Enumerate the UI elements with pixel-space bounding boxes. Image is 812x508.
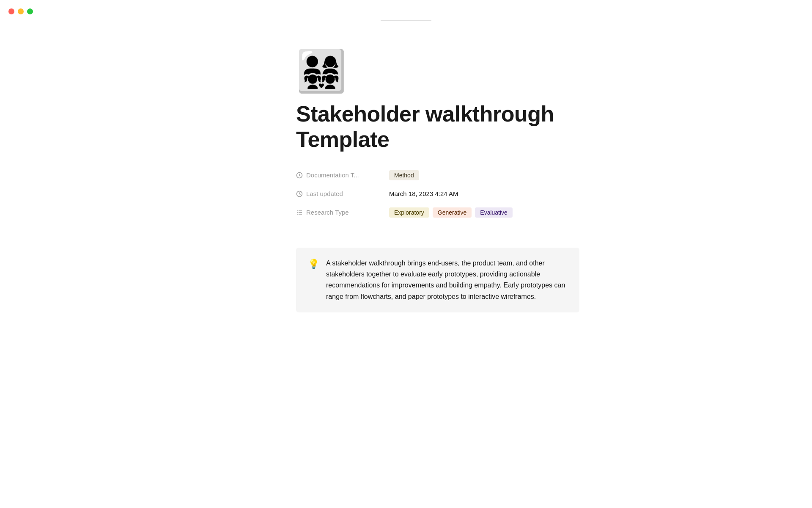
- last-updated-value: March 18, 2023 4:24 AM: [389, 190, 458, 197]
- top-divider: [381, 20, 431, 21]
- page-content: 👨‍👩‍👧‍👧 Stakeholder walkthrough Template…: [216, 0, 596, 346]
- callout-block: 💡 A stakeholder walkthrough brings end-u…: [296, 248, 579, 313]
- research-type-label: Research Type: [296, 209, 389, 216]
- clock-icon-2: [296, 190, 303, 197]
- traffic-lights: [8, 8, 33, 14]
- clock-icon: [296, 172, 303, 179]
- documentation-property-row: Documentation T... Method: [296, 166, 579, 185]
- close-button[interactable]: [8, 8, 14, 14]
- page-title: Stakeholder walkthrough Template: [296, 102, 579, 152]
- section-divider: [296, 239, 579, 239]
- research-type-property-row: Research Type Exploratory Generative Eva…: [296, 203, 579, 222]
- last-updated-label: Last updated: [296, 190, 389, 197]
- properties-section: Documentation T... Method Last updated M…: [296, 166, 579, 222]
- list-icon: [296, 209, 303, 216]
- documentation-label: Documentation T...: [296, 171, 389, 179]
- method-tag[interactable]: Method: [389, 170, 419, 180]
- exploratory-tag[interactable]: Exploratory: [389, 207, 429, 218]
- evaluative-tag[interactable]: Evaluative: [475, 207, 513, 218]
- last-updated-property-row: Last updated March 18, 2023 4:24 AM: [296, 185, 579, 203]
- minimize-button[interactable]: [18, 8, 24, 14]
- page-icon: 👨‍👩‍👧‍👧: [296, 51, 579, 91]
- generative-tag[interactable]: Generative: [433, 207, 472, 218]
- research-type-tags: Exploratory Generative Evaluative: [389, 207, 513, 218]
- callout-text: A stakeholder walkthrough brings end-use…: [326, 258, 568, 303]
- lightbulb-icon: 💡: [308, 259, 319, 270]
- documentation-value[interactable]: Method: [389, 170, 419, 180]
- maximize-button[interactable]: [27, 8, 33, 14]
